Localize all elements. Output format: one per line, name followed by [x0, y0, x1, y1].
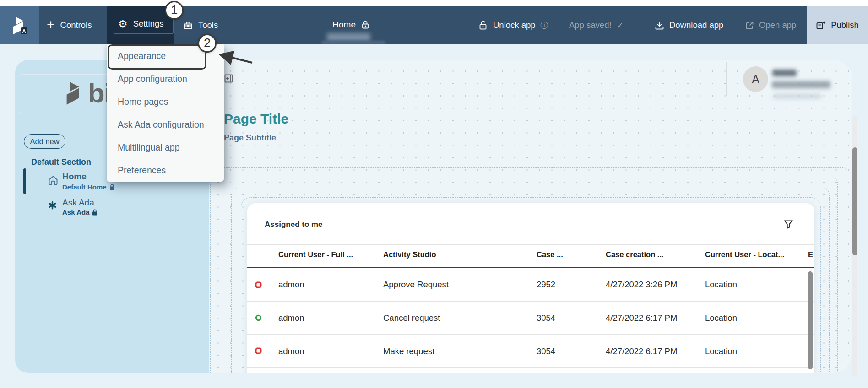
nav-controls-button[interactable]: + Controls [47, 6, 92, 44]
sidebar-item-ask-ada-subtitle: Ask Ada [62, 208, 98, 216]
sidebar-item-ask-ada[interactable]: Ask Ada [62, 198, 94, 208]
table-row-cell[interactable]: Cancel request [383, 313, 440, 323]
lock-icon [362, 21, 369, 29]
column-header-created[interactable]: Case creation ... [606, 250, 664, 259]
table-row-cell[interactable]: 4/27/2022 3:26 PM [606, 280, 677, 290]
table-row-cell[interactable]: Make request [383, 346, 434, 356]
row-divider [247, 334, 814, 335]
toolbox-icon [184, 21, 193, 30]
sidebar-item-home-subtitle: Default Home [62, 183, 115, 191]
status-red-square-icon [255, 347, 262, 354]
menu-item-multilingual-app[interactable]: Multilingual app [107, 136, 224, 159]
user-email-redacted [772, 81, 830, 88]
annotation-step-2-badge: 2 [198, 34, 217, 53]
column-header-activity[interactable]: Activity Studio [383, 250, 436, 259]
unlock-app-button[interactable]: Unlock app ⓘ [479, 6, 548, 44]
status-green-circle-icon [255, 314, 262, 321]
nav-settings-label: Settings [133, 19, 164, 29]
table-row-cell[interactable]: Location [705, 313, 737, 323]
menu-item-preferences[interactable]: Preferences [107, 159, 224, 182]
column-header-user[interactable]: Current User - Full ... [278, 250, 353, 259]
publish-button[interactable]: Publish [807, 6, 868, 44]
current-page-tab[interactable]: Home [302, 6, 394, 44]
menu-item-ask-ada-configuration[interactable]: Ask Ada configuration [107, 113, 224, 136]
table-row-cell[interactable]: 4/27/2022 6:17 PM [606, 313, 677, 323]
user-extra-redacted [773, 94, 821, 99]
selected-page-indicator [23, 168, 26, 194]
bizagi-logo-gray-icon [65, 81, 83, 107]
assigned-to-me-widget[interactable]: Assigned to me Current User - Full ... A… [247, 203, 814, 373]
column-header-case[interactable]: Case ... [537, 250, 563, 259]
collapse-sidebar-icon[interactable] [224, 74, 233, 83]
table-row-cell[interactable]: Approve Request [383, 280, 449, 290]
page-tab-title: Home [332, 20, 356, 30]
table-row-cell[interactable]: 2952 [537, 280, 555, 290]
nav-controls-label: Controls [60, 20, 92, 30]
design-canvas: A Page Title Page Subtitle Assigned to m… [209, 60, 852, 373]
widget-title: Assigned to me [265, 220, 323, 229]
home-subtitle-text: Default Home [62, 183, 107, 191]
annotation-step-2-number: 2 [204, 36, 211, 50]
annotation-step-1-number: 1 [171, 3, 178, 17]
nav-settings-button[interactable]: ⚙ Settings [107, 6, 174, 44]
home-icon [48, 175, 59, 186]
table-row-cell[interactable]: Location [705, 346, 737, 356]
ask-ada-spark-icon [48, 201, 57, 210]
nav-tools-label: Tools [198, 20, 218, 30]
avatar[interactable]: A [743, 66, 768, 92]
status-red-square-icon [255, 281, 262, 288]
row-divider [247, 367, 814, 368]
download-app-button[interactable]: Download app [655, 6, 723, 44]
table-row-cell[interactable]: admon [278, 346, 304, 356]
filter-icon[interactable] [784, 220, 793, 229]
avatar-initial: A [752, 73, 760, 86]
download-icon [655, 21, 664, 30]
svg-text:A: A [22, 28, 26, 34]
add-new-label: Add new [30, 137, 59, 146]
info-icon[interactable]: ⓘ [541, 20, 548, 31]
publish-icon [816, 20, 826, 30]
table-scrollbar-thumb[interactable] [808, 271, 813, 369]
publish-label: Publish [831, 20, 859, 30]
check-icon: ✓ [617, 20, 624, 30]
table-row-cell[interactable]: admon [278, 280, 304, 290]
page-scrollbar-thumb[interactable] [852, 147, 857, 255]
app-saved-label: App saved! [569, 20, 612, 30]
table-row-cell[interactable]: admon [278, 313, 304, 323]
app-logo-tile[interactable]: A [0, 6, 39, 44]
table-header-divider [247, 267, 814, 268]
table-top-divider [247, 244, 814, 245]
lock-small-icon [92, 209, 98, 216]
page-title: Page Title [224, 111, 288, 127]
nav-settings-focus-outline: ⚙ Settings [114, 14, 174, 34]
download-app-label: Download app [669, 20, 723, 30]
table-row-cell[interactable]: 3054 [537, 346, 555, 356]
annotation-arrow [214, 48, 256, 67]
ask-ada-subtitle-text: Ask Ada [62, 208, 89, 216]
open-app-button[interactable]: Open app [745, 6, 796, 44]
table-row-cell[interactable]: 4/27/2022 6:17 PM [606, 346, 677, 356]
external-link-icon [745, 21, 754, 30]
menu-item-home-pages[interactable]: Home pages [107, 90, 224, 113]
user-name-redacted [772, 70, 797, 76]
menu-item-app-configuration[interactable]: App configuration [107, 67, 224, 90]
table-row-cell[interactable]: Location [705, 280, 737, 290]
row-divider [247, 301, 814, 302]
add-new-button[interactable]: Add new [24, 134, 65, 149]
column-header-clipped[interactable]: E [808, 250, 813, 259]
page-subtitle: Page Subtitle [224, 133, 276, 143]
table-row-cell[interactable]: 3054 [537, 313, 555, 323]
section-title: Default Section [31, 157, 91, 167]
lock-small-icon [109, 184, 115, 190]
top-navbar: A + Controls ⚙ Settings Tools Home [0, 6, 868, 44]
gear-icon: ⚙ [118, 19, 128, 29]
app-saved-status: App saved! ✓ [569, 6, 624, 44]
unlock-app-label: Unlock app [493, 20, 536, 30]
annotation-highlight-box [108, 44, 206, 70]
unlock-icon [479, 20, 488, 30]
open-app-label: Open app [759, 20, 796, 30]
annotation-step-1-badge: 1 [165, 1, 184, 20]
plus-icon: + [47, 18, 55, 32]
column-header-location[interactable]: Current User - Locat... [705, 250, 784, 259]
sidebar-item-home[interactable]: Home [62, 172, 87, 182]
